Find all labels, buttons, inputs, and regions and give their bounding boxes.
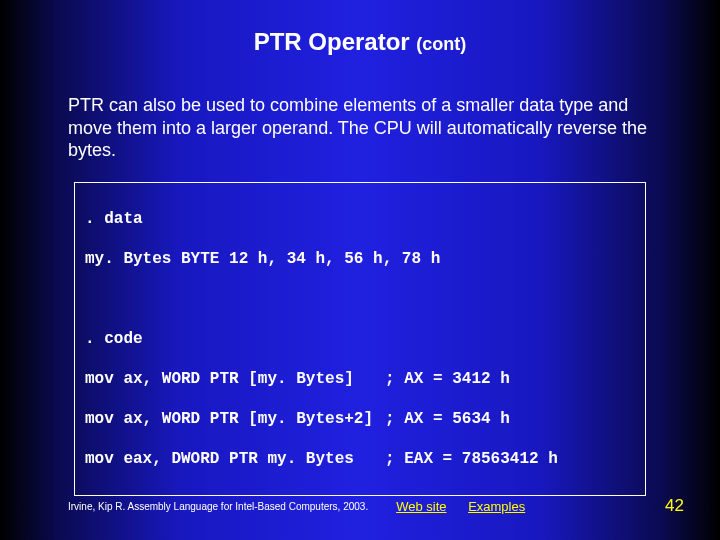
code-comment: ; EAX = 78563412 h <box>385 449 558 469</box>
code-instr: mov ax, WORD PTR [my. Bytes+2] <box>85 409 385 429</box>
code-line <box>85 289 635 309</box>
code-line: . code <box>85 329 635 349</box>
body-paragraph: PTR can also be used to combine elements… <box>0 56 720 162</box>
footer: Irvine, Kip R. Assembly Language for Int… <box>0 496 720 516</box>
examples-link[interactable]: Examples <box>468 499 525 514</box>
code-comment: ; AX = 5634 h <box>385 409 510 429</box>
code-line: mov ax, WORD PTR [my. Bytes]; AX = 3412 … <box>85 369 635 389</box>
slide-title: PTR Operator (cont) <box>0 0 720 56</box>
code-comment: ; AX = 3412 h <box>385 369 510 389</box>
code-line: my. Bytes BYTE 12 h, 34 h, 56 h, 78 h <box>85 249 635 269</box>
page-number: 42 <box>665 496 684 516</box>
code-line: mov ax, WORD PTR [my. Bytes+2]; AX = 563… <box>85 409 635 429</box>
title-main: PTR Operator <box>254 28 410 55</box>
code-line: mov eax, DWORD PTR my. Bytes; EAX = 7856… <box>85 449 635 469</box>
footer-links: Web site Examples <box>396 499 543 514</box>
title-sub: (cont) <box>416 34 466 54</box>
web-site-link[interactable]: Web site <box>396 499 446 514</box>
code-line: . data <box>85 209 635 229</box>
code-instr: mov ax, WORD PTR [my. Bytes] <box>85 369 385 389</box>
code-instr: mov eax, DWORD PTR my. Bytes <box>85 449 385 469</box>
attribution-text: Irvine, Kip R. Assembly Language for Int… <box>68 501 368 512</box>
code-block: . data my. Bytes BYTE 12 h, 34 h, 56 h, … <box>74 182 646 496</box>
